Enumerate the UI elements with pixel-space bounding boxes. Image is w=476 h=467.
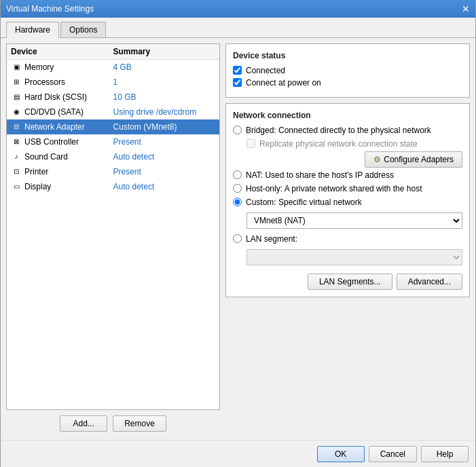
remove-button[interactable]: Remove xyxy=(113,415,166,432)
device-icon-hard-disk: ▤ xyxy=(11,92,22,102)
device-icon-display: ▭ xyxy=(11,181,22,192)
close-button[interactable]: ✕ xyxy=(462,4,470,14)
connected-label: Connected xyxy=(246,66,285,75)
device-status-title: Device status xyxy=(233,51,462,60)
device-icon-cd-dvd: ◉ xyxy=(11,107,22,117)
device-list: Device Summary ▣ Memory 4 GB ⊞ Processor… xyxy=(6,43,220,410)
device-summary-cd-dvd: Using drive /dev/cdrom xyxy=(113,107,216,117)
bottom-buttons: OK Cancel Help xyxy=(1,440,475,468)
network-connection-section: Network connection Bridged: Connected di… xyxy=(225,103,470,297)
host-only-row: Host-only: A private network shared with… xyxy=(233,184,462,193)
virtual-machine-settings-window: Virtual Machine Settings ✕ Hardware Opti… xyxy=(0,0,476,467)
device-name-processors: ⊞ Processors xyxy=(11,77,113,88)
device-summary-usb-controller: Present xyxy=(113,137,216,147)
device-status-section: Device status Connected Connect at power… xyxy=(225,43,470,98)
device-summary-network-adapter: Custom (VMnet8) xyxy=(113,122,216,132)
tab-options[interactable]: Options xyxy=(60,22,106,37)
device-name-hard-disk: ▤ Hard Disk (SCSI) xyxy=(11,92,113,102)
left-panel: Device Summary ▣ Memory 4 GB ⊞ Processor… xyxy=(6,43,220,434)
device-summary-sound-card: Auto detect xyxy=(113,152,216,162)
device-name-display: ▭ Display xyxy=(11,181,113,192)
lan-segment-dropdown-row xyxy=(246,248,462,265)
window-title: Virtual Machine Settings xyxy=(6,4,94,14)
custom-dropdown-row: VMnet8 (NAT) VMnet0 VMnet1 xyxy=(246,211,462,229)
gear-icon: ⚙ xyxy=(373,155,381,164)
lan-segment-radio[interactable] xyxy=(233,234,242,243)
connected-checkbox[interactable] xyxy=(233,66,242,75)
network-connection-title: Network connection xyxy=(233,111,462,120)
cancel-button[interactable]: Cancel xyxy=(369,446,417,462)
host-only-radio[interactable] xyxy=(233,184,242,193)
device-row-network-adapter[interactable]: ⊟ Network Adapter Custom (VMnet8) xyxy=(7,119,219,134)
tab-hardware[interactable]: Hardware xyxy=(6,22,59,38)
lan-segment-row: LAN segment: xyxy=(233,234,462,244)
device-name-usb-controller: ⊠ USB Controller xyxy=(11,136,113,147)
device-rows-container: ▣ Memory 4 GB ⊞ Processors 1 ▤ Hard Disk… xyxy=(7,60,219,194)
device-summary-printer: Present xyxy=(113,167,216,176)
title-bar: Virtual Machine Settings ✕ xyxy=(1,0,475,18)
device-name-printer: ⊡ Printer xyxy=(11,166,113,177)
device-name-network-adapter: ⊟ Network Adapter xyxy=(11,122,113,132)
advanced-button[interactable]: Advanced... xyxy=(397,274,462,290)
network-action-buttons: LAN Segments... Advanced... xyxy=(233,274,462,290)
help-button[interactable]: Help xyxy=(421,446,469,462)
connect-at-power-row: Connect at power on xyxy=(233,78,462,88)
device-row-usb-controller[interactable]: ⊠ USB Controller Present xyxy=(7,134,219,149)
custom-row: Custom: Specific virtual network xyxy=(233,198,462,207)
device-row-memory[interactable]: ▣ Memory 4 GB xyxy=(7,60,219,75)
custom-label: Custom: Specific virtual network xyxy=(246,198,362,207)
lan-segments-button[interactable]: LAN Segments... xyxy=(308,274,392,290)
device-icon-sound-card: ♪ xyxy=(11,151,22,162)
device-summary-hard-disk: 10 GB xyxy=(113,92,216,102)
list-buttons: Add... Remove xyxy=(6,410,220,434)
custom-network-select[interactable]: VMnet8 (NAT) VMnet0 VMnet1 xyxy=(246,212,462,229)
custom-radio[interactable] xyxy=(233,198,242,206)
ok-button[interactable]: OK xyxy=(317,446,365,462)
col-summary-header: Summary xyxy=(113,47,216,56)
configure-adapters-button[interactable]: ⚙ Configure Adapters xyxy=(365,151,462,168)
device-icon-usb-controller: ⊠ xyxy=(11,136,22,147)
device-summary-display: Auto detect xyxy=(113,182,216,191)
lan-segment-select[interactable] xyxy=(246,249,462,265)
nat-row: NAT: Used to share the host's IP address xyxy=(233,170,462,180)
device-summary-processors: 1 xyxy=(113,77,216,87)
device-row-display[interactable]: ▭ Display Auto detect xyxy=(7,179,219,194)
replicate-checkbox[interactable] xyxy=(246,139,255,148)
add-button[interactable]: Add... xyxy=(60,415,107,432)
connect-at-power-checkbox[interactable] xyxy=(233,78,242,87)
device-icon-printer: ⊡ xyxy=(11,166,22,177)
device-list-header: Device Summary xyxy=(7,44,219,60)
replicate-row: Replicate physical network connection st… xyxy=(246,139,462,149)
nat-radio[interactable] xyxy=(233,170,242,179)
connected-row: Connected xyxy=(233,66,462,75)
configure-adapters-row: ⚙ Configure Adapters xyxy=(233,151,462,168)
col-device-header: Device xyxy=(11,47,113,56)
device-row-hard-disk[interactable]: ▤ Hard Disk (SCSI) 10 GB xyxy=(7,90,219,105)
bridged-row: Bridged: Connected directly to the physi… xyxy=(233,126,462,135)
device-summary-memory: 4 GB xyxy=(113,62,216,72)
bridged-radio[interactable] xyxy=(233,126,242,134)
tabs-bar: Hardware Options xyxy=(1,18,475,38)
device-row-sound-card[interactable]: ♪ Sound Card Auto detect xyxy=(7,149,219,164)
device-row-cd-dvd[interactable]: ◉ CD/DVD (SATA) Using drive /dev/cdrom xyxy=(7,105,219,119)
device-row-processors[interactable]: ⊞ Processors 1 xyxy=(7,75,219,90)
connect-at-power-label: Connect at power on xyxy=(246,78,321,88)
device-name-cd-dvd: ◉ CD/DVD (SATA) xyxy=(11,107,113,117)
device-name-sound-card: ♪ Sound Card xyxy=(11,151,113,162)
device-name-memory: ▣ Memory xyxy=(11,62,113,73)
host-only-label: Host-only: A private network shared with… xyxy=(246,184,422,193)
replicate-label: Replicate physical network connection st… xyxy=(259,139,418,149)
device-icon-network-adapter: ⊟ xyxy=(11,122,22,132)
main-content: Device Summary ▣ Memory 4 GB ⊞ Processor… xyxy=(1,38,475,440)
device-icon-processors: ⊞ xyxy=(11,77,22,88)
nat-label: NAT: Used to share the host's IP address xyxy=(246,170,394,180)
right-panel: Device status Connected Connect at power… xyxy=(225,43,470,434)
device-icon-memory: ▣ xyxy=(11,62,22,73)
device-row-printer[interactable]: ⊡ Printer Present xyxy=(7,164,219,179)
lan-segment-label: LAN segment: xyxy=(246,234,297,244)
bridged-label: Bridged: Connected directly to the physi… xyxy=(246,126,431,135)
